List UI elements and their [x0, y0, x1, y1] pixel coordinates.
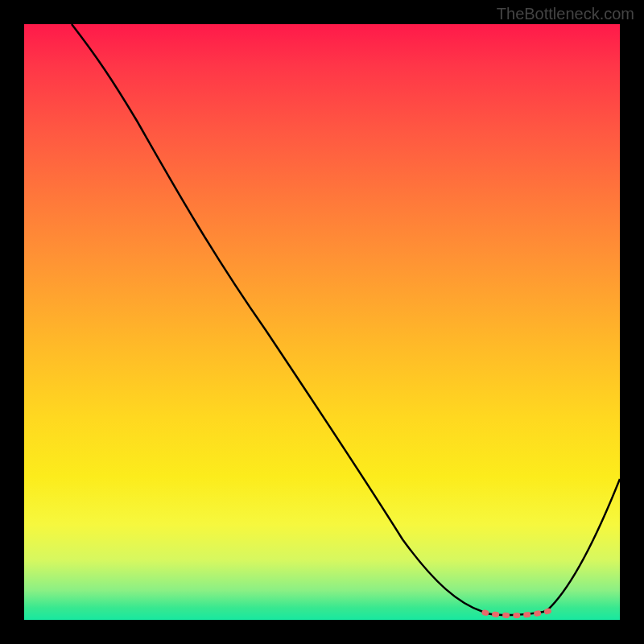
curve-overlay: [24, 24, 620, 620]
watermark-text: TheBottleneck.com: [497, 5, 634, 23]
chart-container: TheBottleneck.com: [0, 0, 644, 644]
highlight-dotted-segment: [485, 611, 549, 616]
bottleneck-curve-path: [72, 24, 620, 615]
plot-area: [24, 24, 620, 620]
